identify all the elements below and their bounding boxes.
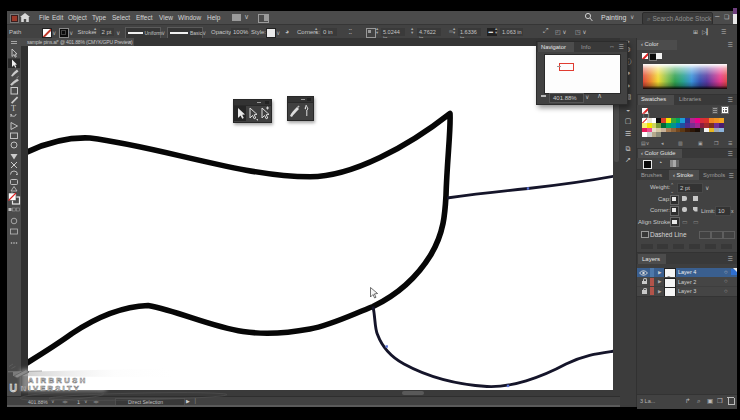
svg-text:T: T xyxy=(11,104,16,113)
svg-text:U: U xyxy=(10,382,18,394)
